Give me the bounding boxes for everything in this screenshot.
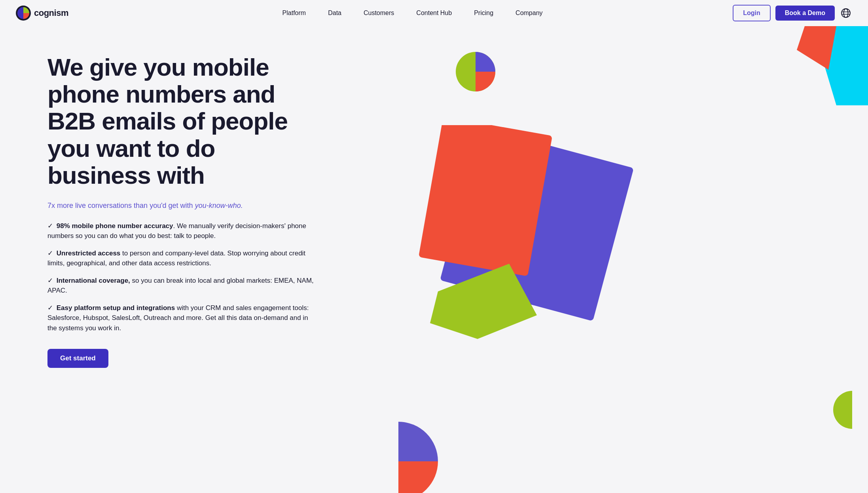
svg-rect-8 [440, 127, 634, 321]
hero-subtitle-italic: you-know-who. [195, 202, 243, 209]
bottom-left-arc [359, 422, 438, 493]
check-icon-3: ✓ [47, 277, 53, 284]
nav-platform[interactable]: Platform [271, 10, 317, 17]
svg-point-7 [456, 52, 495, 91]
svg-marker-10 [430, 264, 537, 339]
svg-point-2 [844, 9, 848, 17]
hero-features-list: ✓ 98% mobile phone number accuracy. We m… [47, 221, 316, 333]
svg-rect-9 [419, 125, 552, 276]
feature-1-bold: 98% mobile phone number accuracy [57, 222, 173, 230]
nav-company[interactable]: Company [504, 10, 553, 17]
login-button[interactable]: Login [733, 5, 771, 21]
svg-marker-5 [813, 26, 868, 105]
top-right-corner [781, 26, 868, 105]
feature-4-bold: Easy platform setup and integrations [57, 304, 175, 312]
big-shapes-svg [398, 125, 675, 371]
nav-data[interactable]: Data [317, 10, 353, 17]
svg-point-11 [833, 391, 868, 429]
feature-coverage: ✓ International coverage, so you can bre… [47, 276, 316, 296]
feature-2-bold: Unrestricted access [57, 249, 121, 257]
hero-subtitle-text: 7x more live conversations than you'd ge… [47, 202, 195, 209]
check-icon-2: ✓ [47, 249, 53, 257]
svg-point-1 [841, 9, 850, 17]
navbar: cognism Platform Data Customers Content … [0, 0, 868, 26]
feature-accuracy: ✓ 98% mobile phone number accuracy. We m… [47, 221, 316, 241]
logo-text: cognism [34, 8, 68, 18]
hero-content: We give you mobile phone numbers and B2B… [47, 42, 316, 493]
bottom-right-pie [832, 390, 868, 430]
feature-3-bold: International coverage, [57, 277, 130, 284]
feature-access: ✓ Unrestricted access to person and comp… [47, 248, 316, 268]
small-pie-chart [454, 50, 497, 95]
nav-pricing[interactable]: Pricing [463, 10, 504, 17]
hero-section: We give you mobile phone numbers and B2B… [0, 26, 868, 493]
decorative-shapes [390, 26, 868, 493]
check-icon-1: ✓ [47, 222, 53, 230]
svg-marker-6 [797, 26, 836, 70]
feature-integrations: ✓ Easy platform setup and integrations w… [47, 303, 316, 333]
nav-content-hub[interactable]: Content Hub [405, 10, 463, 17]
nav-customers[interactable]: Customers [353, 10, 405, 17]
hero-subtitle: 7x more live conversations than you'd ge… [47, 202, 316, 210]
globe-icon[interactable] [840, 7, 852, 19]
book-demo-button[interactable]: Book a Demo [775, 6, 835, 21]
check-icon-4: ✓ [47, 304, 53, 312]
hero-title: We give you mobile phone numbers and B2B… [47, 54, 316, 189]
svg-rect-12 [852, 390, 868, 430]
nav-actions: Login Book a Demo [733, 5, 852, 21]
logo[interactable]: cognism [16, 6, 68, 21]
logo-icon [16, 6, 31, 21]
top-right-shapes-svg [781, 26, 868, 105]
cta-button[interactable]: Get started [47, 349, 108, 368]
bottom-arc-svg [359, 422, 438, 493]
nav-links: Platform Data Customers Content Hub Pric… [92, 10, 733, 17]
big-geometric-shapes [398, 125, 868, 493]
bottom-right-svg [832, 390, 868, 430]
